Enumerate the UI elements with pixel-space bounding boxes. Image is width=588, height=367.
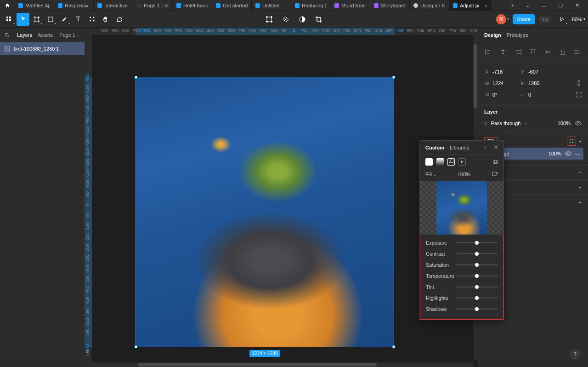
layers-tab[interactable]: Layers bbox=[17, 32, 32, 38]
tab[interactable]: Reducing C bbox=[291, 0, 331, 11]
mask-button[interactable] bbox=[296, 13, 309, 26]
gradient-fill-button[interactable] bbox=[436, 158, 444, 166]
new-tab-button[interactable]: + bbox=[505, 0, 520, 11]
align-bottom-button[interactable] bbox=[559, 48, 567, 56]
comment-tool[interactable] bbox=[113, 13, 126, 26]
add-effect-button[interactable]: + bbox=[579, 184, 582, 190]
svg-point-17 bbox=[6, 47, 7, 49]
remove-fill-button[interactable]: — bbox=[575, 151, 582, 156]
close-window-button[interactable]: ✕ bbox=[570, 0, 584, 11]
share-button[interactable]: Share bbox=[513, 14, 535, 24]
present-button[interactable]: ▾ bbox=[555, 13, 568, 26]
image-preview[interactable] bbox=[420, 181, 503, 235]
video-fill-button[interactable] bbox=[458, 158, 466, 166]
tab[interactable]: Mood Boar bbox=[331, 0, 370, 11]
fill-opacity-input[interactable]: 100% bbox=[548, 151, 561, 156]
user-avatar[interactable]: N bbox=[496, 14, 506, 24]
shape-tool[interactable]: ▾ bbox=[44, 13, 57, 26]
edit-object-button[interactable] bbox=[263, 13, 276, 26]
zoom-dropdown[interactable]: 60%▾ bbox=[572, 17, 585, 22]
dev-mode-toggle[interactable] bbox=[539, 16, 552, 23]
tab[interactable]: Adjust pi× bbox=[449, 0, 492, 11]
width-input[interactable]: 1224 bbox=[492, 80, 503, 86]
custom-tab[interactable]: Custom bbox=[425, 145, 444, 150]
add-stroke-button[interactable]: + bbox=[579, 169, 582, 175]
align-hcenter-button[interactable] bbox=[499, 48, 507, 56]
constrain-proportions-button[interactable] bbox=[576, 80, 582, 86]
svg-point-12 bbox=[266, 21, 268, 22]
tab[interactable]: Responsiv bbox=[54, 0, 94, 11]
design-tab[interactable]: Design bbox=[484, 32, 501, 38]
tab-icon bbox=[58, 3, 62, 8]
tab[interactable]: Storyboard bbox=[370, 0, 410, 11]
fill-mode-dropdown[interactable]: Fill⌄ bbox=[425, 172, 436, 177]
main-menu-button[interactable]: ▾ bbox=[3, 13, 16, 26]
text-tool[interactable]: T bbox=[72, 13, 85, 26]
minimize-button[interactable]: — bbox=[537, 0, 551, 11]
fill-visibility-icon[interactable] bbox=[565, 151, 571, 156]
maximize-button[interactable]: ▢ bbox=[553, 0, 568, 11]
page-selector[interactable]: Page 1⌄ bbox=[59, 32, 80, 38]
close-tab-button[interactable]: × bbox=[485, 3, 487, 8]
distribute-button[interactable]: ⌄ bbox=[573, 48, 582, 56]
slider-highlights[interactable]: Highlights bbox=[426, 292, 498, 304]
canvas[interactable]: -900-850-800-750-700-650-600-550-500-450… bbox=[85, 28, 478, 367]
libraries-tab[interactable]: Libraries bbox=[450, 145, 469, 150]
layer-opacity-input[interactable]: 100% bbox=[558, 120, 571, 126]
horizontal-ruler: -900-850-800-750-700-650-600-550-500-450… bbox=[92, 28, 478, 35]
align-vcenter-button[interactable] bbox=[543, 48, 552, 56]
frame-tool[interactable]: ▾ bbox=[30, 13, 43, 26]
chevron-down-icon[interactable]: ▾ bbox=[507, 17, 509, 21]
svg-rect-24 bbox=[449, 160, 453, 164]
solid-fill-button[interactable] bbox=[425, 158, 433, 166]
align-top-button[interactable] bbox=[529, 48, 537, 56]
slider-saturation[interactable]: Saturation bbox=[426, 259, 498, 270]
assets-tab[interactable]: Assets bbox=[38, 32, 53, 38]
crop-button[interactable] bbox=[312, 13, 325, 26]
slider-exposure[interactable]: Exposure bbox=[426, 237, 498, 248]
tab[interactable]: Using an E bbox=[410, 0, 449, 11]
home-button[interactable] bbox=[0, 0, 15, 11]
add-export-button[interactable]: + bbox=[579, 200, 582, 205]
slider-contrast[interactable]: Contrast bbox=[426, 248, 498, 259]
move-tool[interactable]: ▾ bbox=[17, 13, 29, 26]
slider-temperature[interactable]: Temperature bbox=[426, 270, 498, 281]
slider-shadows[interactable]: Shadows bbox=[426, 304, 498, 315]
tab[interactable]: MatFlee Ap bbox=[15, 0, 54, 11]
blend-mode-dropdown[interactable]: Pass through bbox=[491, 120, 521, 126]
close-popup-button[interactable]: ✕ bbox=[494, 144, 498, 150]
y-input[interactable]: -607 bbox=[528, 69, 538, 75]
visibility-icon[interactable] bbox=[575, 121, 582, 126]
svg-point-20 bbox=[572, 139, 573, 141]
pen-tool[interactable]: ▾ bbox=[58, 13, 71, 26]
horizontal-scrollbar[interactable] bbox=[92, 362, 473, 367]
help-button[interactable]: ? bbox=[570, 349, 581, 360]
resources-tool[interactable] bbox=[85, 13, 98, 26]
tab[interactable]: Get started bbox=[212, 0, 252, 11]
align-left-button[interactable] bbox=[484, 48, 492, 56]
height-input[interactable]: 1280 bbox=[528, 80, 539, 86]
rotate-image-button[interactable] bbox=[492, 171, 498, 178]
corner-radius-input[interactable]: 0 bbox=[528, 92, 531, 97]
add-style-button[interactable]: + bbox=[484, 145, 486, 150]
add-fill-button[interactable]: + bbox=[579, 138, 582, 144]
tab[interactable]: Hotel Book bbox=[173, 0, 212, 11]
fill-styles-button[interactable] bbox=[567, 137, 576, 146]
tab[interactable]: Untitled bbox=[252, 0, 291, 11]
rotation-input[interactable]: 0° bbox=[492, 92, 498, 97]
blend-mode-button[interactable] bbox=[492, 159, 498, 165]
create-component-button[interactable] bbox=[279, 13, 292, 26]
image-fill-button[interactable] bbox=[447, 158, 455, 166]
hand-tool[interactable] bbox=[99, 13, 112, 26]
chevron-down-icon[interactable]: ⌄ bbox=[520, 0, 535, 11]
independent-corners-button[interactable] bbox=[576, 92, 582, 97]
slider-tint[interactable]: Tint bbox=[426, 281, 498, 292]
tab[interactable]: Page 1 - In bbox=[133, 0, 173, 11]
search-icon[interactable] bbox=[5, 33, 10, 38]
x-input[interactable]: -718 bbox=[492, 69, 503, 75]
layer-item[interactable]: bird-100880_1280 1 bbox=[0, 42, 85, 55]
image-opacity-input[interactable]: 100% bbox=[458, 172, 470, 177]
align-right-button[interactable] bbox=[514, 48, 522, 56]
tab[interactable]: Interactive bbox=[94, 0, 133, 11]
prototype-tab[interactable]: Prototype bbox=[507, 32, 528, 38]
